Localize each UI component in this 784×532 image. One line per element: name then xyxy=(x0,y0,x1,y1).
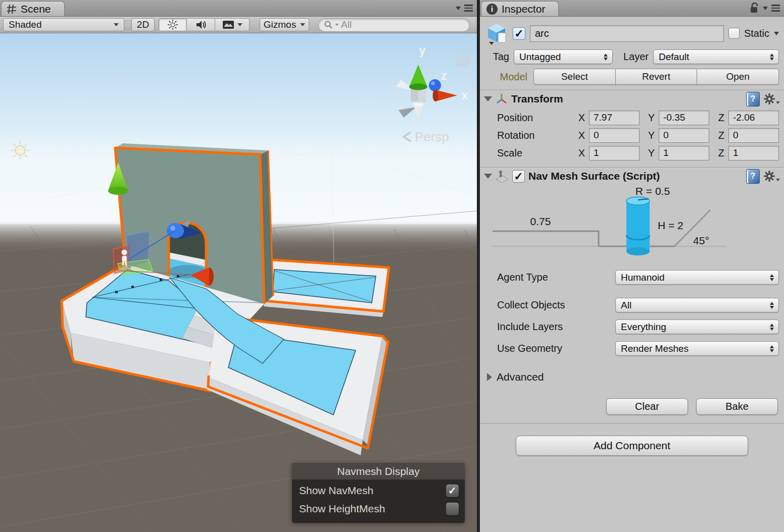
speaker-icon xyxy=(195,19,207,30)
transform-icon xyxy=(496,93,508,105)
gameobject-name-field[interactable]: arc xyxy=(530,25,724,42)
add-component-button[interactable]: Add Component xyxy=(516,436,748,456)
toggle-2d-button[interactable]: 2D xyxy=(131,18,155,31)
scale-z-field[interactable]: 1 xyxy=(728,146,779,161)
show-heightmesh-label: Show HeightMesh xyxy=(299,503,385,515)
dropdown-arrows-icon xyxy=(770,324,774,331)
scale-y-field[interactable]: 1 xyxy=(659,146,709,161)
include-layers-label: Include Layers xyxy=(497,321,615,333)
navmesh-display-overlay: Navmesh Display Show NavMesh Show Height… xyxy=(292,463,465,523)
dropdown-arrows-icon xyxy=(770,54,774,61)
advanced-foldout[interactable]: Advanced xyxy=(487,371,779,383)
image-icon xyxy=(222,20,234,30)
show-navmesh-checkbox[interactable] xyxy=(446,485,459,497)
audio-toggle-button[interactable] xyxy=(187,18,215,31)
help-icon[interactable]: ? xyxy=(746,92,760,107)
show-heightmesh-checkbox[interactable] xyxy=(446,503,459,515)
clear-button[interactable]: Clear xyxy=(606,398,688,415)
show-navmesh-row: Show NavMesh xyxy=(299,482,459,500)
position-z-field[interactable]: -2.06 xyxy=(728,111,779,125)
axis-x: X xyxy=(573,112,586,124)
collect-objects-label: Collect Objects xyxy=(497,299,615,311)
scene-search-input[interactable]: All xyxy=(318,18,470,32)
layer-label: Layer xyxy=(617,51,649,63)
prefab-cube-icon[interactable] xyxy=(485,22,508,45)
scene-viewport[interactable]: y z x Persp Navmesh Display xyxy=(0,33,477,532)
effects-dropdown-button[interactable] xyxy=(215,18,250,31)
chevron-down-icon xyxy=(237,23,242,26)
use-geometry-label: Use Geometry xyxy=(497,343,615,354)
axis-z: Z xyxy=(712,112,726,124)
rotation-x-field[interactable]: 0 xyxy=(589,128,640,143)
bake-button[interactable]: Bake xyxy=(696,398,778,415)
lighting-toggle-button[interactable] xyxy=(159,18,187,31)
agent-type-dropdown[interactable]: Humanoid xyxy=(615,270,779,285)
navmesh-surface-icon xyxy=(496,170,509,183)
dropdown-arrows-icon xyxy=(770,302,774,309)
agent-type-row: Agent Type Humanoid xyxy=(497,270,779,285)
transform-foldout[interactable] xyxy=(484,96,492,101)
navmesh-enabled-checkbox[interactable] xyxy=(512,170,525,183)
inspector-dropdown-icon[interactable] xyxy=(763,7,768,10)
model-label: Model xyxy=(485,71,527,83)
gear-menu-icon[interactable] xyxy=(763,93,780,105)
model-open-button[interactable]: Open xyxy=(697,69,779,85)
gizmos-label: Gizmos xyxy=(264,19,296,30)
position-x-field[interactable]: 7.97 xyxy=(589,111,640,125)
use-geometry-dropdown[interactable]: Render Meshes xyxy=(615,341,779,356)
include-layers-value: Everything xyxy=(621,322,666,333)
rotation-z-field[interactable]: 0 xyxy=(728,128,779,143)
axis-z: Z xyxy=(712,147,726,159)
layer-value: Default xyxy=(659,51,689,63)
add-component-area: Add Component xyxy=(480,423,784,471)
search-filter-chevron-icon xyxy=(335,24,339,26)
diagram-height-label: H = 2 xyxy=(658,220,683,231)
gizmos-dropdown[interactable]: Gizmos xyxy=(260,18,309,31)
axis-y: Y xyxy=(642,147,656,159)
tag-dropdown[interactable]: Untagged xyxy=(514,49,613,64)
layer-dropdown[interactable]: Default xyxy=(653,49,779,64)
model-revert-button[interactable]: Revert xyxy=(615,69,698,85)
collect-objects-row: Collect Objects All xyxy=(497,298,779,312)
show-heightmesh-row: Show HeightMesh xyxy=(299,500,459,518)
draw-mode-dropdown[interactable]: Shaded xyxy=(3,18,124,31)
chevron-down-icon xyxy=(114,23,119,26)
tab-scene[interactable]: Scene xyxy=(1,1,65,16)
agent-type-label: Agent Type xyxy=(497,272,615,283)
tab-inspector[interactable]: i Inspector xyxy=(481,1,559,16)
static-dropdown-icon[interactable] xyxy=(774,32,779,35)
lock-icon[interactable] xyxy=(749,3,759,14)
sun-icon xyxy=(167,19,178,30)
include-layers-dropdown[interactable]: Everything xyxy=(615,320,779,334)
static-checkbox[interactable] xyxy=(728,28,740,39)
collect-objects-dropdown[interactable]: All xyxy=(615,298,779,312)
gameobject-active-checkbox[interactable] xyxy=(513,27,525,40)
position-y-field[interactable]: -0.35 xyxy=(659,111,709,125)
inspector-tabbar: i Inspector xyxy=(480,0,784,17)
sun-light-gizmo[interactable] xyxy=(10,140,30,161)
navmesh-display-title: Navmesh Display xyxy=(292,463,465,480)
axis-x: X xyxy=(573,130,586,141)
scene-dropdown-icon[interactable] xyxy=(456,7,461,10)
tag-label: Tag xyxy=(485,51,509,63)
navmesh-foldout[interactable] xyxy=(484,174,492,179)
scale-x-field[interactable]: 1 xyxy=(589,146,640,161)
rotation-y-field[interactable]: 0 xyxy=(659,128,709,143)
gear-menu-icon[interactable] xyxy=(763,170,780,182)
axis-z-label: z xyxy=(441,69,447,82)
chevron-right-icon xyxy=(487,373,492,381)
agent-settings-diagram: R = 0.5 0.75 H = 2 45° xyxy=(480,185,784,268)
collect-objects-value: All xyxy=(621,300,631,311)
diagram-slope-label: 45° xyxy=(693,235,709,246)
persp-label: Persp xyxy=(415,129,449,144)
help-icon[interactable]: ? xyxy=(746,169,760,184)
model-select-button[interactable]: Select xyxy=(533,69,616,85)
scene-menu-icon[interactable] xyxy=(464,5,473,12)
inspector-empty-space xyxy=(480,471,784,532)
advanced-label: Advanced xyxy=(497,371,544,383)
dropdown-arrows-icon xyxy=(604,54,608,61)
scene-3d-render: y z x Persp xyxy=(0,33,477,532)
static-label: Static xyxy=(744,28,769,39)
show-navmesh-label: Show NavMesh xyxy=(299,485,373,497)
inspector-menu-icon[interactable] xyxy=(771,5,780,12)
